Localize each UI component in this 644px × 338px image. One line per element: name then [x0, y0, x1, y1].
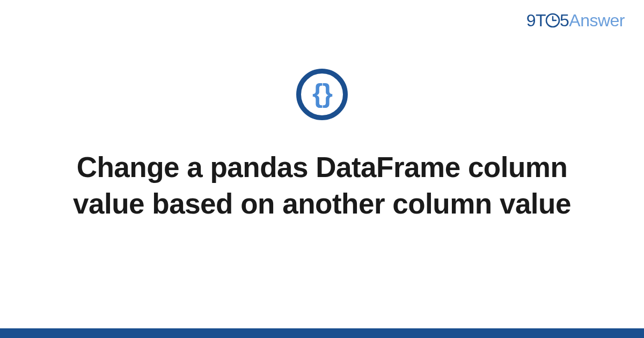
logo-answer: Answer	[569, 11, 625, 30]
bottom-bar	[0, 328, 644, 338]
braces-icon: { }	[296, 69, 348, 120]
clock-icon	[545, 13, 560, 28]
logo-five: 5	[560, 11, 569, 30]
logo-nine: 9	[526, 11, 536, 30]
logo-t: T	[536, 11, 546, 30]
site-logo: 9T5Answer	[526, 11, 625, 31]
braces-glyph: { }	[312, 80, 332, 107]
page-title: Change a pandas DataFrame column value b…	[64, 149, 580, 222]
